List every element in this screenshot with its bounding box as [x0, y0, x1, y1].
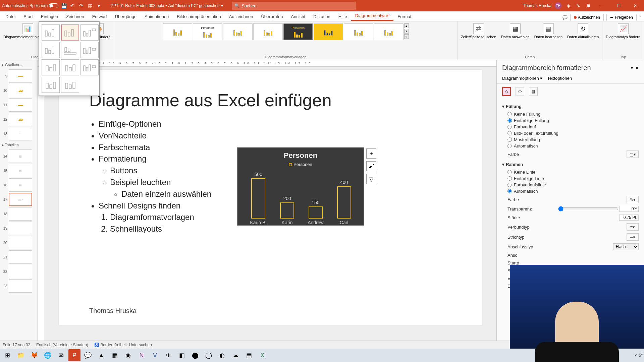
layout-10[interactable] — [42, 77, 60, 93]
slide-thumbnails-panel[interactable]: ▸ Grafiken... 9▬▬ 10◢◢ 11▬▬ 12◢◢ 13··· ▸… — [0, 60, 38, 341]
onenote-icon[interactable]: N — [136, 349, 148, 361]
layout-9[interactable] — [80, 59, 99, 75]
search-input[interactable] — [241, 3, 353, 8]
search-box[interactable]: 🔍 — [232, 2, 356, 10]
border-section[interactable]: ▾ Rahmen — [502, 162, 639, 167]
chart-styles-button[interactable]: 🖌 — [366, 161, 376, 171]
app-icon-2[interactable]: ▦ — [109, 349, 121, 361]
fill-line-tab-icon[interactable]: ◇ — [502, 87, 511, 96]
slide-11[interactable]: ▬▬ — [9, 98, 32, 112]
telegram-icon[interactable]: ✈ — [162, 349, 174, 361]
slide-18[interactable] — [9, 207, 32, 221]
fill-picture[interactable]: Bild- oder Texturfüllung — [502, 130, 639, 136]
tab-format[interactable]: Format — [393, 12, 415, 21]
chevron-down-icon[interactable]: ▾ — [221, 3, 223, 8]
visio-icon[interactable]: V — [149, 349, 161, 361]
obs-icon[interactable]: ⬤ — [189, 349, 201, 361]
chart-style-5-selected[interactable]: Personen — [283, 23, 313, 40]
layout-1[interactable] — [42, 24, 60, 41]
quick-access-more-icon[interactable]: ▾ — [95, 2, 102, 9]
start-button[interactable]: ⊞ — [1, 349, 13, 361]
pane-tab-text[interactable]: Textoptionen — [547, 74, 572, 82]
slide-17[interactable]: ▬ ▪ — [9, 193, 32, 206]
chart-filter-button[interactable]: ▽ — [366, 174, 376, 184]
line-color-picker[interactable]: ✎▾ — [627, 196, 639, 203]
tab-zeichnen[interactable]: Zeichnen — [62, 12, 88, 21]
slide-19[interactable] — [9, 222, 32, 235]
app-icon-4[interactable]: ◧ — [176, 349, 188, 361]
slide-15[interactable]: ▤ — [9, 164, 32, 177]
user-avatar[interactable]: TH — [555, 2, 561, 9]
line-none[interactable]: Keine Linie — [502, 169, 639, 175]
tab-einfuegen[interactable]: Einfügen — [37, 12, 62, 21]
tab-uebergaenge[interactable]: Übergänge — [111, 12, 141, 21]
compound-type-dropdown[interactable]: ≡▾ — [627, 223, 639, 231]
slide-12[interactable]: ◢◢ — [9, 113, 32, 126]
section-grafiken[interactable]: ▸ Grafiken... — [1, 61, 36, 68]
app-icon-7[interactable]: ☁ — [229, 349, 241, 361]
fill-pattern[interactable]: Musterfüllung — [502, 136, 639, 143]
select-data-button[interactable]: ▦Daten auswählen — [499, 22, 532, 40]
slide-22[interactable] — [9, 265, 32, 278]
chart-style-2[interactable]: Personen — [193, 23, 222, 40]
layout-8[interactable] — [61, 59, 79, 75]
effects-tab-icon[interactable]: ⬠ — [516, 87, 524, 96]
slide[interactable]: Diagramme aus Excel einfügen Einfüge-Opt… — [59, 70, 482, 325]
line-auto[interactable]: Automatisch — [502, 188, 639, 194]
slide-13[interactable]: ··· — [9, 127, 32, 140]
fill-none[interactable]: Keine Füllung — [502, 111, 639, 117]
tab-datei[interactable]: Datei — [1, 12, 19, 21]
cap-type-dropdown[interactable]: Flach — [613, 243, 639, 250]
tab-animationen[interactable]: Animationen — [141, 12, 173, 21]
slide-canvas[interactable]: Diagramme aus Excel einfügen Einfüge-Opt… — [44, 67, 496, 341]
fill-solid[interactable]: Einfarbige Füllung — [502, 117, 639, 124]
section-tabellen[interactable]: ▸ Tabellen — [1, 141, 36, 148]
tab-dictation[interactable]: Dictation — [309, 12, 334, 21]
dash-type-dropdown[interactable]: ─▾ — [627, 233, 639, 241]
pane-options-icon[interactable]: ▾ — [631, 66, 633, 70]
edit-data-button[interactable]: ▤Daten bearbeiten — [532, 22, 565, 40]
slide-counter[interactable]: Folie 17 von 32 — [3, 343, 30, 347]
maximize-button[interactable]: ☐ — [612, 0, 625, 11]
slide-10[interactable]: ◢◢ — [9, 84, 32, 97]
app-icon-6[interactable]: ◐ — [216, 349, 228, 361]
autosave-control[interactable]: Automatisches Speichern — [2, 3, 58, 8]
chart-style-4[interactable] — [253, 23, 283, 40]
explorer-icon[interactable]: 📁 — [15, 349, 27, 361]
minimize-button[interactable]: — — [595, 0, 608, 11]
app-icon-1[interactable]: 💬 — [82, 349, 94, 361]
chart-style-1[interactable] — [163, 23, 192, 40]
layout-4[interactable] — [42, 42, 60, 58]
language-status[interactable]: Englisch (Vereinigte Staaten) — [36, 343, 88, 347]
layout-2[interactable] — [61, 24, 79, 41]
transparency-input[interactable] — [619, 206, 639, 212]
layout-7[interactable] — [42, 59, 60, 75]
line-width-input[interactable] — [619, 215, 639, 221]
weather-widget[interactable]: ☀ 5° — [634, 353, 643, 358]
record-button[interactable]: Aufzeichnen — [570, 14, 604, 21]
chrome-icon[interactable]: 🌐 — [42, 349, 54, 361]
pane-tab-chart[interactable]: Diagrammoptionen ▾ — [502, 74, 542, 82]
slideshow-icon[interactable]: ▦ — [87, 2, 93, 9]
app-icon-3[interactable]: ◉ — [122, 349, 134, 361]
firefox-icon[interactable]: 🦊 — [28, 349, 40, 361]
diamond-icon[interactable]: ◈ — [565, 2, 572, 9]
fill-gradient[interactable]: Farbverlauf — [502, 124, 639, 130]
chart-style-3[interactable] — [223, 23, 253, 40]
accessibility-status[interactable]: ♿ Barrierefreiheit: Untersuchen — [94, 343, 152, 347]
slide-title[interactable]: Diagramme aus Excel einfügen — [89, 90, 451, 110]
slide-20[interactable] — [9, 236, 32, 249]
refresh-data-button[interactable]: ↻Daten aktualisieren — [565, 22, 601, 40]
close-button[interactable]: ✕ — [629, 0, 642, 11]
window-icon[interactable]: ▣ — [585, 2, 592, 9]
layout-3[interactable] — [80, 24, 99, 41]
pen-icon[interactable]: ✎ — [575, 2, 582, 9]
chart-elements-button[interactable]: ＋ — [366, 148, 376, 159]
layout-5[interactable] — [61, 42, 79, 58]
line-solid[interactable]: Einfarbige Linie — [502, 175, 639, 182]
vlc-icon[interactable]: ▲ — [95, 349, 107, 361]
transparency-slider[interactable] — [558, 206, 619, 212]
app-icon-5[interactable]: ◯ — [203, 349, 215, 361]
save-icon[interactable]: 💾 — [60, 2, 67, 9]
layout-6[interactable] — [80, 42, 99, 58]
